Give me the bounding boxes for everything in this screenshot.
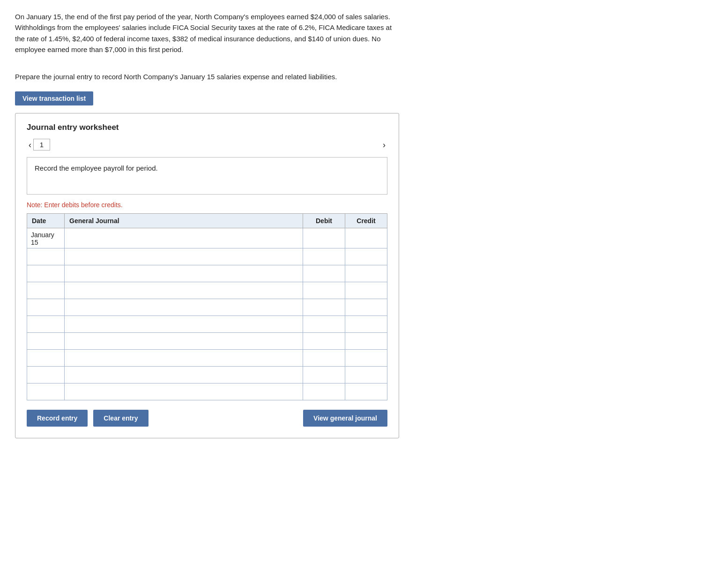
gj-input-1[interactable] <box>65 228 303 248</box>
gj-cell-10[interactable] <box>65 383 303 400</box>
gj-input-9[interactable] <box>65 367 303 383</box>
debit-input-7[interactable] <box>303 333 345 349</box>
credit-cell-7[interactable] <box>345 333 387 350</box>
credit-input-2[interactable] <box>345 248 387 265</box>
credit-input-1[interactable] <box>345 228 387 248</box>
table-row <box>27 333 387 350</box>
credit-input-3[interactable] <box>345 265 387 282</box>
gj-cell-3[interactable] <box>65 265 303 282</box>
intro-paragraph1: On January 15, the end of the first pay … <box>15 11 399 55</box>
journal-entry-worksheet: Journal entry worksheet ‹ 1 › Record the… <box>15 113 399 438</box>
date-cell-6 <box>27 316 65 333</box>
credit-cell-1[interactable] <box>345 228 387 248</box>
debit-cell-10[interactable] <box>303 383 345 400</box>
credit-input-8[interactable] <box>345 350 387 366</box>
table-row <box>27 383 387 400</box>
date-cell-7 <box>27 333 65 350</box>
credit-cell-8[interactable] <box>345 350 387 367</box>
debit-cell-1[interactable] <box>303 228 345 248</box>
table-row <box>27 367 387 383</box>
gj-cell-6[interactable] <box>65 316 303 333</box>
gj-cell-5[interactable] <box>65 299 303 316</box>
action-buttons-row: Record entry Clear entry View general jo… <box>27 410 387 427</box>
clear-entry-button[interactable]: Clear entry <box>93 410 148 427</box>
gj-input-5[interactable] <box>65 299 303 316</box>
worksheet-note: Note: Enter debits before credits. <box>27 201 387 209</box>
credit-cell-2[interactable] <box>345 248 387 265</box>
date-cell-4 <box>27 282 65 299</box>
table-row <box>27 299 387 316</box>
gj-input-8[interactable] <box>65 350 303 366</box>
debit-cell-6[interactable] <box>303 316 345 333</box>
gj-input-4[interactable] <box>65 282 303 299</box>
debit-cell-8[interactable] <box>303 350 345 367</box>
credit-cell-4[interactable] <box>345 282 387 299</box>
table-row <box>27 282 387 299</box>
worksheet-title: Journal entry worksheet <box>27 123 387 132</box>
worksheet-nav-row: ‹ 1 › <box>27 139 387 150</box>
credit-input-7[interactable] <box>345 333 387 349</box>
debit-cell-2[interactable] <box>303 248 345 265</box>
gj-cell-9[interactable] <box>65 367 303 383</box>
gj-input-7[interactable] <box>65 333 303 349</box>
table-row <box>27 316 387 333</box>
view-transaction-button[interactable]: View transaction list <box>15 91 93 105</box>
gj-cell-4[interactable] <box>65 282 303 299</box>
debit-input-3[interactable] <box>303 265 345 282</box>
gj-cell-1[interactable] <box>65 228 303 248</box>
credit-input-4[interactable] <box>345 282 387 299</box>
credit-input-6[interactable] <box>345 316 387 332</box>
date-cell-9 <box>27 367 65 383</box>
debit-cell-7[interactable] <box>303 333 345 350</box>
debit-cell-5[interactable] <box>303 299 345 316</box>
col-header-date: Date <box>27 214 65 228</box>
prepare-text: Prepare the journal entry to record Nort… <box>15 71 399 82</box>
journal-table: Date General Journal Debit Credit Januar… <box>27 213 387 400</box>
date-cell-10 <box>27 383 65 400</box>
date-cell-2 <box>27 248 65 265</box>
gj-input-10[interactable] <box>65 383 303 400</box>
gj-input-2[interactable] <box>65 248 303 265</box>
table-row: January15 <box>27 228 387 248</box>
debit-cell-9[interactable] <box>303 367 345 383</box>
debit-cell-4[interactable] <box>303 282 345 299</box>
gj-cell-2[interactable] <box>65 248 303 265</box>
debit-input-4[interactable] <box>303 282 345 299</box>
credit-input-9[interactable] <box>345 367 387 383</box>
credit-cell-9[interactable] <box>345 367 387 383</box>
date-cell-8 <box>27 350 65 367</box>
date-cell-5 <box>27 299 65 316</box>
debit-cell-3[interactable] <box>303 265 345 282</box>
table-row <box>27 350 387 367</box>
debit-input-9[interactable] <box>303 367 345 383</box>
col-header-debit: Debit <box>303 214 345 228</box>
credit-cell-5[interactable] <box>345 299 387 316</box>
gj-input-3[interactable] <box>65 265 303 282</box>
credit-input-5[interactable] <box>345 299 387 316</box>
table-row <box>27 248 387 265</box>
credit-cell-3[interactable] <box>345 265 387 282</box>
nav-prev-button[interactable]: ‹ <box>27 140 33 150</box>
credit-cell-6[interactable] <box>345 316 387 333</box>
debit-input-8[interactable] <box>303 350 345 366</box>
table-header-row: Date General Journal Debit Credit <box>27 214 387 228</box>
gj-input-6[interactable] <box>65 316 303 332</box>
table-row <box>27 265 387 282</box>
gj-cell-8[interactable] <box>65 350 303 367</box>
view-general-journal-button[interactable]: View general journal <box>303 410 387 427</box>
worksheet-description: Record the employee payroll for period. <box>27 157 387 195</box>
date-cell-3 <box>27 265 65 282</box>
debit-input-6[interactable] <box>303 316 345 332</box>
nav-left: ‹ 1 <box>27 139 50 150</box>
credit-input-10[interactable] <box>345 383 387 400</box>
debit-input-2[interactable] <box>303 248 345 265</box>
nav-next-button[interactable]: › <box>381 140 387 150</box>
debit-input-5[interactable] <box>303 299 345 316</box>
record-entry-button[interactable]: Record entry <box>27 410 88 427</box>
credit-cell-10[interactable] <box>345 383 387 400</box>
debit-input-1[interactable] <box>303 228 345 248</box>
date-cell-1: January15 <box>27 228 65 248</box>
gj-cell-7[interactable] <box>65 333 303 350</box>
col-header-credit: Credit <box>345 214 387 228</box>
debit-input-10[interactable] <box>303 383 345 400</box>
